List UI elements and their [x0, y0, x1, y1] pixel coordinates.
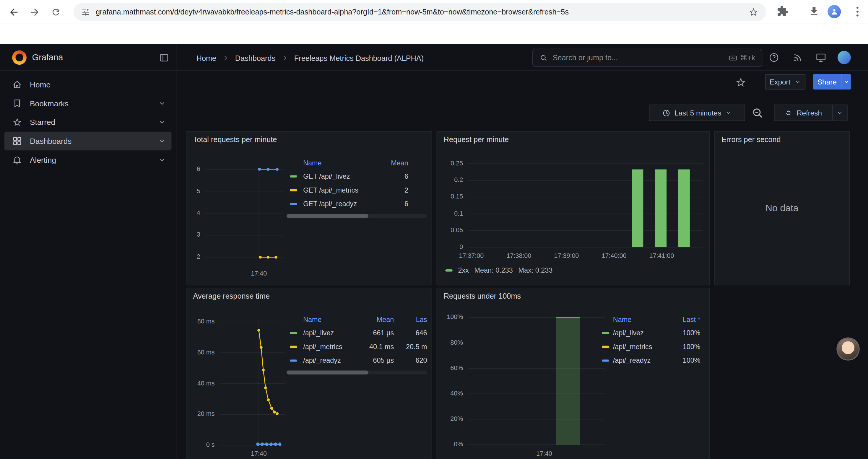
legend-header-col[interactable]: Last *: [670, 316, 701, 323]
y-axis-label: 60 ms: [186, 349, 215, 355]
panel-title[interactable]: Requests under 100ms: [444, 292, 521, 300]
chevron-right-icon: [222, 54, 229, 62]
series-color-dash: [290, 189, 297, 191]
share-menu-toggle[interactable]: [841, 74, 851, 90]
panel-title[interactable]: Average response time: [193, 292, 270, 300]
chevron-right-icon: [281, 54, 289, 62]
panel-title[interactable]: Request per minute: [444, 136, 509, 144]
panel-title[interactable]: Errors per second: [721, 136, 781, 144]
time-range-picker[interactable]: Last 5 minutes: [649, 104, 745, 121]
share-label[interactable]: Share: [813, 74, 841, 90]
downloads-icon[interactable]: [808, 6, 820, 17]
legend-scrollbar[interactable]: [286, 214, 427, 218]
chart-canvas[interactable]: [437, 132, 710, 286]
series-name[interactable]: /api/_metrics: [613, 342, 670, 350]
legend-row[interactable]: /api/_metrics40.1 ms20.5 m: [286, 340, 427, 354]
bookmark-star-icon[interactable]: [748, 7, 758, 17]
series-name[interactable]: GET /api/_readyz: [303, 200, 375, 208]
x-axis-label: 17:40: [242, 270, 275, 276]
legend-row[interactable]: /api/_livez661 µs646: [286, 326, 427, 340]
series-color-dash: [290, 175, 297, 177]
person-icon: [831, 8, 838, 15]
search-input[interactable]: [553, 54, 723, 62]
legend-row[interactable]: /api/_metrics100%: [598, 340, 701, 354]
search-box[interactable]: ⌘+k: [532, 49, 762, 67]
refresh-button[interactable]: Refresh: [774, 104, 848, 121]
sidebar-item-dashboards[interactable]: Dashboards: [4, 132, 172, 151]
legend-header-name[interactable]: Name: [303, 316, 358, 323]
user-avatar[interactable]: [838, 51, 851, 64]
refresh-interval-toggle[interactable]: [832, 105, 847, 121]
star-icon: [12, 117, 22, 127]
chevron-down-icon[interactable]: [158, 156, 166, 164]
legend-row[interactable]: GET /api/_metrics2: [286, 183, 427, 197]
series-name[interactable]: GET /api/_metrics: [303, 186, 375, 194]
sidebar-item-home[interactable]: Home: [4, 75, 172, 94]
y-axis-label: 0.1: [437, 210, 463, 217]
legend-header-col[interactable]: Mean: [358, 316, 394, 323]
clock-icon: [662, 109, 671, 117]
sidebar-item-bookmarks[interactable]: Bookmarks: [4, 94, 172, 113]
series-name[interactable]: /api/_metrics: [303, 342, 358, 350]
series-name[interactable]: /api/_livez: [303, 329, 358, 336]
scrollbar-thumb[interactable]: [286, 371, 368, 374]
legend-row[interactable]: GET /api/_livez6: [286, 169, 427, 183]
breadcrumb-home[interactable]: Home: [196, 54, 216, 62]
legend-row[interactable]: /api/_livez100%: [598, 326, 701, 340]
request-per-minute-chart[interactable]: 0.250.20.150.10.05017:37:0017:38:0017:39…: [437, 132, 710, 286]
series-value: 661 µs: [358, 329, 394, 336]
chevron-down-icon[interactable]: [158, 137, 166, 145]
back-button[interactable]: [6, 5, 21, 20]
share-button[interactable]: Share: [813, 74, 851, 90]
news-rss-icon[interactable]: [792, 52, 803, 63]
chevron-down-icon[interactable]: [158, 100, 166, 107]
y-axis-label: 3: [186, 231, 200, 238]
chevron-down-icon: [836, 109, 843, 116]
legend-header-col[interactable]: Las: [394, 316, 427, 323]
chevron-down-icon[interactable]: [158, 119, 166, 126]
legend-row[interactable]: /api/_readyz605 µs620: [286, 354, 427, 367]
legend-row[interactable]: GET /api/_readyz6: [286, 197, 427, 211]
help-icon[interactable]: [769, 52, 779, 63]
panel-title[interactable]: Total requests per minute: [193, 136, 277, 144]
export-button[interactable]: Export: [765, 74, 806, 90]
legend[interactable]: 2xxMean: 0.233Max: 0.233: [445, 267, 553, 274]
series-name[interactable]: /api/_readyz: [303, 357, 358, 364]
display-icon[interactable]: [815, 52, 826, 63]
reload-button[interactable]: [49, 5, 63, 20]
scrollbar-thumb[interactable]: [286, 214, 368, 218]
bookmarks-bar: Freeleaps 收藏博客: [0, 24, 868, 44]
browser-menu-icon[interactable]: [851, 5, 864, 18]
series-name[interactable]: /api/_readyz: [613, 357, 670, 364]
series-name[interactable]: /api/_livez: [613, 329, 670, 336]
zoom-out-button[interactable]: [751, 106, 764, 120]
favorite-dashboard-icon[interactable]: [735, 77, 746, 88]
legend-row[interactable]: /api/_readyz100%: [598, 354, 701, 367]
url-bar[interactable]: grafana.mathmast.com/d/deytv4rwavabkb/fr…: [73, 3, 766, 21]
series-name[interactable]: GET /api/_livez: [303, 172, 375, 180]
breadcrumb-dashboards[interactable]: Dashboards: [235, 54, 275, 62]
refresh-main[interactable]: Refresh: [775, 105, 832, 121]
y-axis-label: 40%: [437, 390, 463, 396]
sidebar-item-alerting[interactable]: Alerting: [4, 150, 172, 169]
requests-under-100ms-legend: NameLast */api/_livez100%/api/_metrics10…: [598, 314, 701, 367]
series-name[interactable]: 2xx: [458, 267, 469, 274]
refresh-label: Refresh: [797, 109, 822, 117]
legend-header-col[interactable]: Mean: [375, 159, 408, 167]
legend-scrollbar[interactable]: [286, 371, 427, 374]
browser-profile-avatar[interactable]: [828, 5, 841, 18]
search-shortcut: ⌘+k: [728, 54, 755, 62]
dock-sidebar-icon[interactable]: [159, 53, 169, 63]
series-color-dash: [290, 359, 297, 361]
url-text[interactable]: grafana.mathmast.com/d/deytv4rwavabkb/fr…: [96, 8, 743, 16]
forward-button[interactable]: [28, 5, 42, 20]
no-data-message: No data: [715, 132, 849, 285]
grafana-logo[interactable]: [12, 50, 27, 65]
sidebar-item-starred[interactable]: Starred: [4, 113, 172, 132]
legend-header-name[interactable]: Name: [303, 159, 375, 167]
extensions-icon[interactable]: [777, 6, 788, 17]
site-settings-icon[interactable]: [81, 7, 90, 16]
panel-average-response-time: Average response time 80 ms60 ms40 ms20 …: [186, 288, 432, 459]
legend-header-name[interactable]: Name: [613, 316, 670, 323]
floating-avatar-widget[interactable]: [838, 338, 859, 359]
